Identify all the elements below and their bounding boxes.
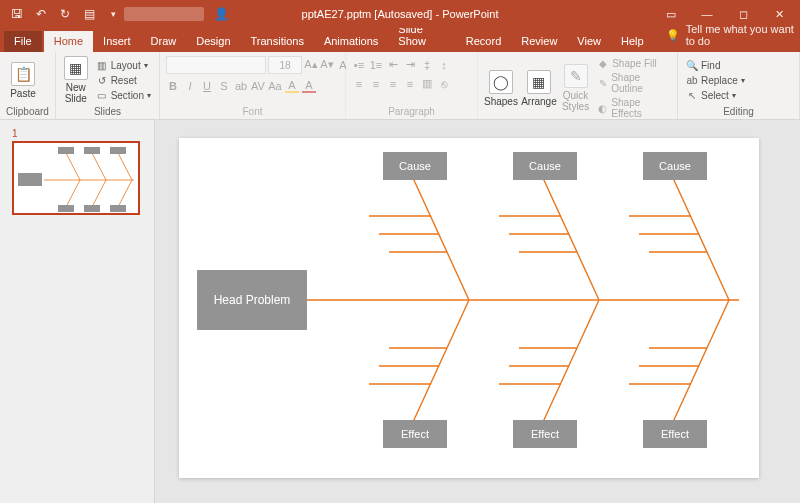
replace-button[interactable]: abReplace▾ — [684, 73, 747, 87]
effect-box-1[interactable]: Effect — [383, 420, 447, 448]
slide-canvas[interactable]: Head Problem Cause Cause Cause Effect Ef… — [179, 138, 759, 478]
font-family-input[interactable] — [166, 56, 266, 74]
layout-button[interactable]: ▥Layout▾ — [94, 58, 153, 72]
tab-record[interactable]: Record — [456, 31, 511, 52]
redo-icon[interactable]: ↻ — [54, 3, 76, 25]
group-clipboard: 📋 Paste Clipboard — [0, 52, 56, 119]
underline-icon[interactable]: U — [200, 79, 214, 93]
section-label: Section — [111, 90, 144, 101]
smartart-icon[interactable]: ⎋ — [437, 77, 451, 91]
italic-icon[interactable]: I — [183, 79, 197, 93]
shadow-icon[interactable]: ab — [234, 79, 248, 93]
svg-line-6 — [118, 180, 132, 207]
maximize-icon[interactable]: ◻ — [726, 3, 760, 25]
shapes-button[interactable]: ◯Shapes — [484, 70, 518, 107]
slide-thumbnail[interactable] — [12, 141, 140, 215]
ribbon-options-icon[interactable]: ▭ — [654, 3, 688, 25]
effects-icon: ◐ — [597, 102, 608, 114]
outline-label: Shape Outline — [611, 72, 669, 94]
section-icon: ▭ — [96, 89, 108, 101]
shapes-icon: ◯ — [489, 70, 513, 94]
svg-line-2 — [92, 153, 106, 180]
qat-dropdown-icon[interactable]: ▾ — [102, 3, 124, 25]
quick-styles-icon: ✎ — [564, 64, 588, 88]
start-from-beginning-icon[interactable]: ▤ — [78, 3, 100, 25]
font-color-icon[interactable]: A — [302, 79, 316, 93]
effect-box-2[interactable]: Effect — [513, 420, 577, 448]
cause-box-2[interactable]: Cause — [513, 152, 577, 180]
tab-home[interactable]: Home — [44, 31, 93, 52]
new-slide-button[interactable]: ▦ New Slide — [62, 56, 90, 104]
paragraph-label: Paragraph — [352, 106, 471, 117]
svg-line-13 — [673, 300, 729, 422]
window-title: pptAE27.pptm [Autosaved] - PowerPoint — [302, 8, 499, 20]
find-button[interactable]: 🔍Find — [684, 58, 747, 72]
layout-label: Layout — [111, 60, 141, 71]
increase-font-icon[interactable]: A▴ — [304, 58, 318, 72]
arrange-button[interactable]: ▦Arrange — [522, 70, 556, 107]
align-center-icon[interactable]: ≡ — [369, 77, 383, 91]
tell-me[interactable]: 💡 Tell me what you want to do — [666, 23, 800, 52]
tab-draw[interactable]: Draw — [141, 31, 187, 52]
spacing-icon[interactable]: AV — [251, 79, 265, 93]
select-button[interactable]: ↖Select▾ — [684, 88, 747, 102]
line-spacing-icon[interactable]: ‡ — [420, 58, 434, 72]
quick-styles-button[interactable]: ✎Quick Styles — [560, 64, 591, 112]
svg-line-11 — [413, 300, 469, 422]
replace-label: Replace — [701, 75, 738, 86]
fill-label: Shape Fill — [612, 58, 656, 69]
save-icon[interactable]: 🖫 — [6, 3, 28, 25]
align-left-icon[interactable]: ≡ — [352, 77, 366, 91]
shape-effects-button[interactable]: ◐Shape Effects — [595, 96, 671, 120]
highlight-icon[interactable]: A — [285, 79, 299, 93]
shape-outline-button[interactable]: ✎Shape Outline — [595, 71, 671, 95]
tab-view[interactable]: View — [567, 31, 611, 52]
decrease-font-icon[interactable]: A▾ — [320, 58, 334, 72]
user-avatar-icon[interactable]: 👤 — [210, 3, 232, 25]
cause-box-1[interactable]: Cause — [383, 152, 447, 180]
indent-inc-icon[interactable]: ⇥ — [403, 58, 417, 72]
justify-icon[interactable]: ≡ — [403, 77, 417, 91]
text-direction-icon[interactable]: ↕ — [437, 58, 451, 72]
svg-line-8 — [413, 178, 469, 300]
bold-icon[interactable]: B — [166, 79, 180, 93]
numbering-icon[interactable]: 1≡ — [369, 58, 383, 72]
undo-icon[interactable]: ↶ — [30, 3, 52, 25]
effects-label: Shape Effects — [611, 97, 669, 119]
ribbon-tabs: File Home Insert Draw Design Transitions… — [0, 28, 800, 52]
bullets-icon[interactable]: •≡ — [352, 58, 366, 72]
effect-box-3[interactable]: Effect — [643, 420, 707, 448]
tab-animations[interactable]: Animations — [314, 31, 388, 52]
reset-label: Reset — [111, 75, 137, 86]
section-button[interactable]: ▭Section▾ — [94, 88, 153, 102]
tell-me-label: Tell me what you want to do — [686, 23, 800, 47]
canvas-area[interactable]: Head Problem Cause Cause Cause Effect Ef… — [155, 120, 800, 503]
columns-icon[interactable]: ▥ — [420, 77, 434, 91]
tab-file[interactable]: File — [4, 31, 42, 52]
shape-fill-button[interactable]: ◆Shape Fill — [595, 56, 671, 70]
close-icon[interactable]: ✕ — [762, 3, 796, 25]
reset-icon: ↺ — [96, 74, 108, 86]
strike-icon[interactable]: S — [217, 79, 231, 93]
tab-design[interactable]: Design — [186, 31, 240, 52]
paste-button[interactable]: 📋 Paste — [6, 62, 40, 99]
tab-review[interactable]: Review — [511, 31, 567, 52]
thumbnail-panel: 1 — [0, 120, 155, 503]
fishbone-head[interactable]: Head Problem — [197, 270, 307, 330]
tab-insert[interactable]: Insert — [93, 31, 141, 52]
slides-options: ▥Layout▾ ↺Reset ▭Section▾ — [94, 58, 153, 102]
align-right-icon[interactable]: ≡ — [386, 77, 400, 91]
indent-dec-icon[interactable]: ⇤ — [386, 58, 400, 72]
tab-transitions[interactable]: Transitions — [241, 31, 314, 52]
minimize-icon[interactable]: — — [690, 3, 724, 25]
case-icon[interactable]: Aa — [268, 79, 282, 93]
reset-button[interactable]: ↺Reset — [94, 73, 153, 87]
group-paragraph: •≡ 1≡ ⇤ ⇥ ‡ ↕ ≡ ≡ ≡ ≡ ▥ ⎋ Paragraph — [346, 52, 478, 119]
new-slide-label: New Slide — [65, 82, 87, 104]
editing-options: 🔍Find abReplace▾ ↖Select▾ — [684, 58, 747, 102]
ribbon: 📋 Paste Clipboard ▦ New Slide ▥Layout▾ ↺… — [0, 52, 800, 120]
font-size-input[interactable] — [268, 56, 302, 74]
cause-box-3[interactable]: Cause — [643, 152, 707, 180]
tab-help[interactable]: Help — [611, 31, 654, 52]
user-area: 👤 — [124, 3, 232, 25]
